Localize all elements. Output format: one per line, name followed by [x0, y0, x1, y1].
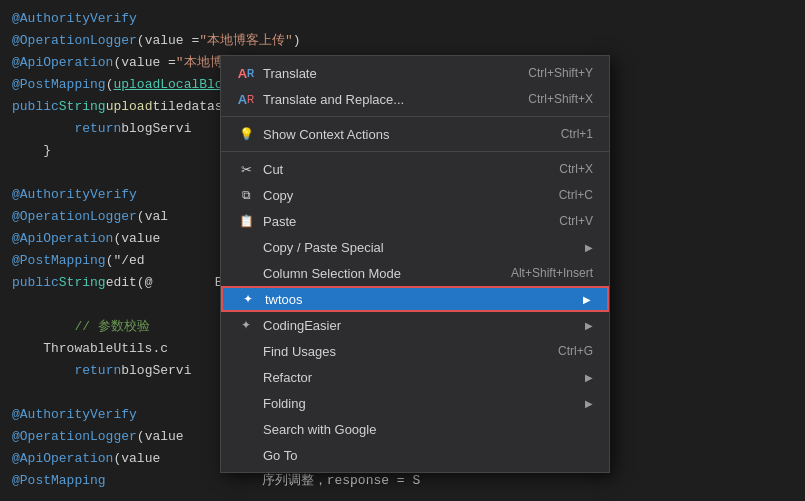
token: uploadLocalBlog [113, 74, 230, 96]
coding-easier-icon: ✦ [237, 316, 255, 334]
menu-item-label-cut: Cut [263, 162, 543, 177]
menu-item-label-folding: Folding [263, 396, 581, 411]
token: String [59, 272, 106, 294]
token: ThrowableUtils.c [12, 338, 168, 360]
token: @ApiOperation [12, 52, 113, 74]
twtoos-icon: ✦ [239, 290, 257, 308]
scissors-icon: ✂ [237, 160, 255, 178]
menu-item-find-usages[interactable]: Find Usages Ctrl+G [221, 338, 609, 364]
token: tiledatas) [152, 96, 230, 118]
menu-item-label-search-google: Search with Google [263, 422, 593, 437]
token: return [74, 360, 121, 382]
menu-item-cut[interactable]: ✂ Cut Ctrl+X [221, 156, 609, 182]
folding-icon [237, 394, 255, 412]
separator-2 [221, 151, 609, 152]
token: 序列调整，response = S [106, 470, 421, 492]
translate-icon: AR [237, 64, 255, 82]
separator-1 [221, 116, 609, 117]
token: blogServi [121, 360, 191, 382]
token: @OperationLogger [12, 30, 137, 52]
token: // 参数校验 [74, 316, 149, 338]
menu-item-shortcut-find-usages: Ctrl+G [558, 344, 593, 358]
translate-replace-icon: AR [237, 90, 255, 108]
menu-item-label-goto: Go To [263, 448, 593, 463]
menu-item-shortcut-paste: Ctrl+V [559, 214, 593, 228]
menu-item-copy[interactable]: ⧉ Copy Ctrl+C [221, 182, 609, 208]
token: @OperationLogger [12, 206, 137, 228]
menu-item-label-translate: Translate [263, 66, 512, 81]
token: @PostMapping [12, 74, 106, 96]
submenu-arrow-refactor: ▶ [585, 372, 593, 383]
menu-item-column-selection[interactable]: Column Selection Mode Alt+Shift+Insert [221, 260, 609, 286]
token: ) [293, 30, 301, 52]
goto-icon [237, 446, 255, 464]
menu-item-label-coding-easier: CodingEasier [263, 318, 581, 333]
token: (value = [113, 52, 175, 74]
menu-item-shortcut-column-selection: Alt+Shift+Insert [511, 266, 593, 280]
token: (value [113, 448, 160, 470]
menu-item-label-twtoos: twtoos [265, 292, 579, 307]
column-selection-icon [237, 264, 255, 282]
token [12, 316, 74, 338]
token: (value = [137, 30, 199, 52]
token: @PostMapping [12, 470, 106, 492]
token: @AuthorityVerify [12, 404, 137, 426]
menu-item-twtoos[interactable]: ✦ twtoos ▶ [221, 286, 609, 312]
menu-item-shortcut-context-actions: Ctrl+1 [561, 127, 593, 141]
context-menu: AR Translate Ctrl+Shift+Y AR Translate a… [220, 55, 610, 473]
token: upload [106, 96, 153, 118]
submenu-arrow-copy-paste: ▶ [585, 242, 593, 253]
copy-icon: ⧉ [237, 186, 255, 204]
refactor-icon [237, 368, 255, 386]
menu-item-label-find-usages: Find Usages [263, 344, 542, 359]
code-line-22: @PostMapping 序列调整，response = S [0, 470, 805, 492]
menu-item-refactor[interactable]: Refactor ▶ [221, 364, 609, 390]
code-line-1: @AuthorityVerify [0, 8, 805, 30]
menu-item-coding-easier[interactable]: ✦ CodingEasier ▶ [221, 312, 609, 338]
token [12, 118, 74, 140]
copy-paste-special-icon [237, 238, 255, 256]
menu-item-context-actions[interactable]: 💡 Show Context Actions Ctrl+1 [221, 121, 609, 147]
menu-item-label-translate-replace: Translate and Replace... [263, 92, 512, 107]
menu-item-copy-paste-special[interactable]: Copy / Paste Special ▶ [221, 234, 609, 260]
find-usages-icon [237, 342, 255, 360]
menu-item-shortcut-translate-replace: Ctrl+Shift+X [528, 92, 593, 106]
token: ("/ed [106, 250, 145, 272]
token: @ApiOperation [12, 228, 113, 250]
token: public [12, 272, 59, 294]
token: @PostMapping [12, 250, 106, 272]
menu-item-label-copy: Copy [263, 188, 543, 203]
menu-item-label-column-selection: Column Selection Mode [263, 266, 495, 281]
menu-item-label-context-actions: Show Context Actions [263, 127, 545, 142]
menu-item-shortcut-translate: Ctrl+Shift+Y [528, 66, 593, 80]
token: } [12, 140, 51, 162]
code-line-2: @OperationLogger(value = "本地博客上传") [0, 30, 805, 52]
token: blogServi [121, 118, 191, 140]
token: @ApiOperation [12, 448, 113, 470]
paste-icon: 📋 [237, 212, 255, 230]
search-google-icon [237, 420, 255, 438]
bulb-icon: 💡 [237, 125, 255, 143]
token: (val [137, 206, 168, 228]
menu-item-goto[interactable]: Go To [221, 442, 609, 468]
menu-item-shortcut-cut: Ctrl+X [559, 162, 593, 176]
menu-item-shortcut-copy: Ctrl+C [559, 188, 593, 202]
menu-item-label-copy-paste-special: Copy / Paste Special [263, 240, 581, 255]
menu-item-label-refactor: Refactor [263, 370, 581, 385]
token: return [74, 118, 121, 140]
token: "本地博客上传" [199, 30, 293, 52]
submenu-arrow-coding-easier: ▶ [585, 320, 593, 331]
menu-item-paste[interactable]: 📋 Paste Ctrl+V [221, 208, 609, 234]
menu-item-label-paste: Paste [263, 214, 543, 229]
menu-item-search-google[interactable]: Search with Google [221, 416, 609, 442]
menu-item-folding[interactable]: Folding ▶ [221, 390, 609, 416]
token: String [59, 96, 106, 118]
menu-item-translate-replace[interactable]: AR Translate and Replace... Ctrl+Shift+X [221, 86, 609, 112]
token: @AuthorityVerify [12, 8, 137, 30]
submenu-arrow-folding: ▶ [585, 398, 593, 409]
token: @AuthorityVerify [12, 184, 137, 206]
token: (value [137, 426, 184, 448]
token: ( [106, 74, 114, 96]
menu-item-translate[interactable]: AR Translate Ctrl+Shift+Y [221, 60, 609, 86]
submenu-arrow-twtoos: ▶ [583, 294, 591, 305]
